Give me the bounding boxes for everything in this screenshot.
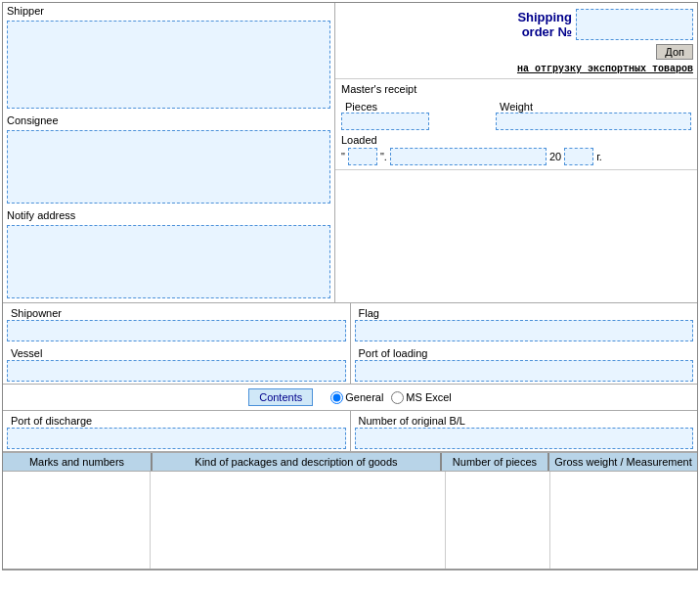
general-radio[interactable] [330,391,343,404]
col4-header: Gross weight / Measurement [548,453,697,471]
shipper-input[interactable] [7,21,330,109]
shipowner-input[interactable] [7,320,346,341]
notify-input[interactable] [7,225,330,298]
port-loading-label: Port of loading [355,345,694,359]
shipping-order-input[interactable] [576,9,693,40]
number-bl-input[interactable] [355,428,694,449]
pieces-label: Pieces [341,99,429,113]
russian-subtitle: на отгрузку экспортных товаров [517,64,693,74]
consignee-label: Consignee [3,113,334,126]
col2-body [151,472,446,568]
general-radio-label[interactable]: General [330,391,383,404]
col1-header: Marks and numbers [3,453,152,471]
don-button[interactable]: Доп [656,44,693,60]
number-bl-label: Number of original B/L [355,413,694,427]
flag-input[interactable] [355,320,694,341]
col3-header: Number of pieces [441,453,548,471]
loaded-month-input[interactable] [390,148,547,165]
masters-receipt-title: Master's receipt [341,83,691,95]
msexcel-radio[interactable] [391,391,404,404]
msexcel-radio-label[interactable]: MS Excel [391,391,451,404]
notify-label: Notify address [3,207,334,221]
open-quote: " [341,151,345,162]
weight-label: Weight [496,99,691,113]
shipping-order-title: Shippingorder № [517,10,572,39]
contents-button[interactable]: Contents [248,388,313,406]
shipowner-label: Shipowner [7,305,346,319]
shipper-label: Shipper [3,3,334,17]
port-discharge-input[interactable] [7,428,346,449]
loaded-year-input[interactable] [564,148,593,165]
flag-label: Flag [355,305,694,319]
col2-header: Kind of packages and description of good… [152,453,441,471]
loaded-day-input[interactable] [348,148,377,165]
vessel-input[interactable] [7,360,346,382]
col4-body [550,472,697,568]
weight-input[interactable] [496,113,691,130]
year-num: 20 [549,151,561,162]
vessel-label: Vessel [7,345,346,359]
col3-body [446,472,549,568]
loaded-label: Loaded [341,134,691,146]
table-body [3,472,697,569]
pieces-input[interactable] [341,113,429,130]
port-loading-input[interactable] [355,360,694,382]
close-quote: ". [380,151,387,162]
port-discharge-label: Port of discharge [7,413,346,427]
year-suffix: г. [596,151,602,162]
table-header: Marks and numbers Kind of packages and d… [3,452,697,472]
main-form: Shipper Consignee Notify address Shippin… [2,2,698,570]
col1-body [3,472,151,568]
consignee-input[interactable] [7,130,330,204]
